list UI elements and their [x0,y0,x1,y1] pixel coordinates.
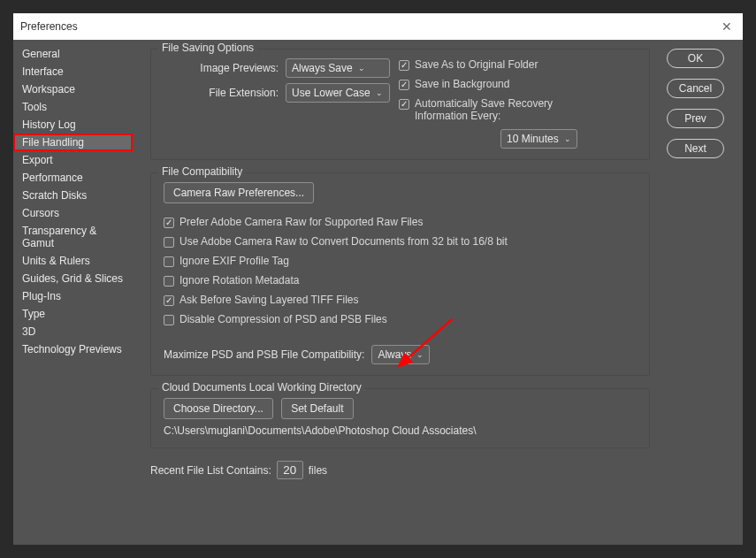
sidebar-item-export[interactable]: Export [13,151,133,169]
ignore-exif-label: Ignore EXIF Profile Tag [179,255,289,267]
disable-psd-checkbox[interactable] [164,315,174,325]
sidebar-item-general[interactable]: General [13,45,133,63]
recovery-interval-select[interactable]: 10 Minutes ⌄ [500,129,577,149]
next-button[interactable]: Next [667,139,724,158]
auto-save-recovery-label: Automatically Save Recovery Information … [415,97,574,122]
chevron-down-icon: ⌄ [376,88,383,97]
ignore-rotation-label: Ignore Rotation Metadata [179,274,299,287]
disable-psd-label: Disable Compression of PSD and PSB Files [179,313,387,325]
set-default-button[interactable]: Set Default [281,398,353,419]
titlebar: Preferences ✕ [13,13,743,40]
close-icon[interactable]: ✕ [718,19,736,34]
chevron-down-icon: ⌄ [416,350,424,359]
sidebar-item-plug-ins[interactable]: Plug-Ins [13,287,133,305]
recent-files-label: Recent File List Contains: [150,464,271,477]
prefer-acr-label: Prefer Adobe Camera Raw for Supported Ra… [179,216,423,228]
camera-raw-preferences-button[interactable]: Camera Raw Preferences... [164,182,314,203]
save-in-background-label: Save in Background [415,78,509,90]
choose-directory-button[interactable]: Choose Directory... [164,398,273,419]
recent-files-suffix: files [309,464,327,477]
file-compatibility-group: File Compatibility Camera Raw Preference… [150,172,650,376]
prefer-acr-checkbox[interactable] [164,218,174,228]
file-extension-label: File Extension: [164,87,279,99]
main-panel: File Saving Options Image Previews: Alwa… [133,40,659,545]
sidebar-item-transparency-gamut[interactable]: Transparency & Gamut [13,222,133,252]
sidebar-item-technology-previews[interactable]: Technology Previews [13,340,133,358]
sidebar-item-guides-grid-slices[interactable]: Guides, Grid & Slices [13,270,133,287]
sidebar-item-type[interactable]: Type [13,305,133,323]
save-in-background-checkbox[interactable] [399,80,409,90]
cloud-documents-group: Cloud Documents Local Working Directory … [150,388,650,448]
sidebar-item-file-handling[interactable]: File Handling [13,134,133,151]
recent-files-input[interactable] [277,461,303,479]
sidebar-item-interface[interactable]: Interface [13,63,133,80]
sidebar-item-cursors[interactable]: Cursors [13,204,133,222]
sidebar-item-tools[interactable]: Tools [13,98,133,116]
chevron-down-icon: ⌄ [358,64,365,73]
group-legend: File Compatibility [158,165,246,178]
ask-tiff-label: Ask Before Saving Layered TIFF Files [179,294,359,306]
image-previews-label: Image Previews: [164,62,279,74]
ignore-exif-checkbox[interactable] [164,256,174,267]
file-extension-select[interactable]: Use Lower Case ⌄ [286,83,390,103]
window-title: Preferences [20,20,718,33]
ask-tiff-checkbox[interactable] [164,295,174,306]
ignore-rotation-checkbox[interactable] [164,276,174,287]
sidebar-item-units-rulers[interactable]: Units & Rulers [13,252,133,270]
sidebar-item-history-log[interactable]: History Log [13,116,133,134]
prev-button[interactable]: Prev [667,109,724,128]
group-legend: Cloud Documents Local Working Directory [158,381,365,394]
use-acr-32-checkbox[interactable] [164,237,174,248]
cancel-button[interactable]: Cancel [667,79,724,98]
sidebar-item-3d[interactable]: 3D [13,323,133,340]
sidebar-item-scratch-disks[interactable]: Scratch Disks [13,187,133,204]
sidebar: GeneralInterfaceWorkspaceToolsHistory Lo… [13,40,133,545]
group-legend: File Saving Options [158,42,257,54]
sidebar-item-workspace[interactable]: Workspace [13,80,133,98]
action-buttons-column: OK Cancel Prev Next [659,40,743,545]
maximize-psd-label: Maximize PSD and PSB File Compatibility: [164,348,364,361]
save-as-original-label: Save As to Original Folder [415,58,538,71]
image-previews-select[interactable]: Always Save ⌄ [286,58,390,78]
chevron-down-icon: ⌄ [564,134,571,143]
use-acr-32-label: Use Adobe Camera Raw to Convert Document… [179,235,508,248]
cloud-directory-path: C:\Users\muglani\Documents\Adobe\Photosh… [164,424,637,437]
save-as-original-checkbox[interactable] [399,60,409,71]
sidebar-item-performance[interactable]: Performance [13,169,133,187]
maximize-psd-select[interactable]: Always ⌄ [371,345,430,364]
file-saving-options-group: File Saving Options Image Previews: Alwa… [150,49,650,160]
auto-save-recovery-checkbox[interactable] [399,99,409,110]
preferences-dialog: Preferences ✕ GeneralInterfaceWorkspaceT… [13,13,743,545]
ok-button[interactable]: OK [667,49,724,68]
